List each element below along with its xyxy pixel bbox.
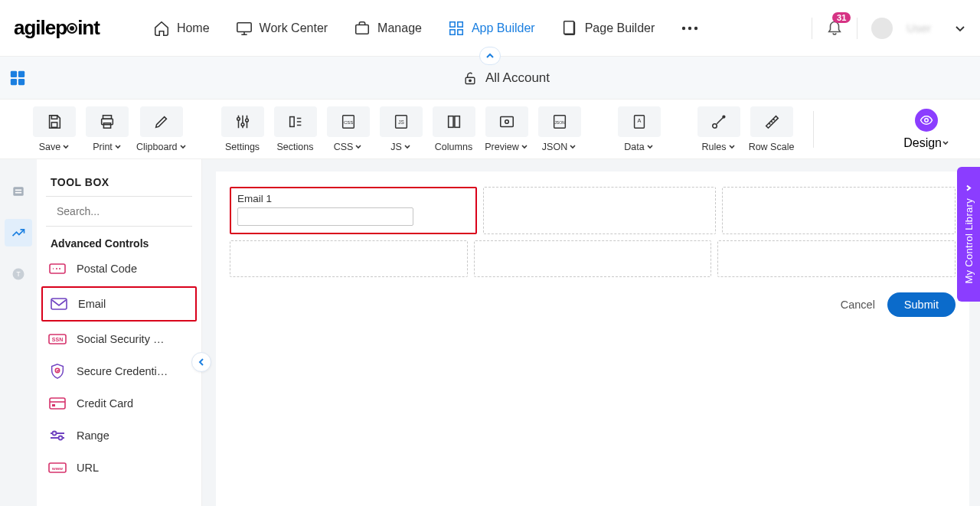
tool-label: Social Security … (77, 333, 164, 345)
nav-home[interactable]: Home (153, 20, 210, 37)
settings-button[interactable]: Settings (219, 106, 266, 152)
svg-point-41 (723, 116, 725, 118)
briefcase-icon (354, 20, 371, 37)
page-list-icon (11, 184, 26, 199)
tool-label: Credit Card (77, 397, 133, 410)
avatar[interactable] (871, 18, 893, 39)
form-cell-selected[interactable]: Email 1 (230, 187, 477, 234)
rules-icon (710, 113, 727, 130)
form-cell[interactable] (717, 240, 956, 277)
search-input[interactable] (57, 205, 191, 217)
divider (812, 18, 812, 39)
print-button[interactable]: Print (83, 106, 131, 152)
columns-button[interactable]: Columns (430, 106, 478, 152)
columns-icon (446, 113, 462, 130)
tool-range[interactable]: Range (37, 419, 201, 452)
clipboard-button[interactable]: Clipboard (136, 106, 187, 152)
apps-icon[interactable] (9, 70, 26, 87)
field-label: Email 1 (237, 193, 469, 204)
sections-button[interactable]: Sections (272, 106, 319, 152)
tool-credit-card[interactable]: Credit Card (37, 387, 201, 419)
form-actions: Cancel Submit (230, 292, 956, 317)
rail-toolbox[interactable] (5, 219, 32, 246)
svg-rect-33 (454, 116, 459, 127)
json-button[interactable]: JSON JSON (536, 106, 583, 152)
rail-pages[interactable] (5, 178, 32, 205)
shield-icon (47, 363, 67, 380)
form-cell[interactable] (474, 240, 712, 277)
svg-point-1 (70, 26, 74, 31)
topnav-right: 31 User (812, 18, 966, 39)
nav-manage-label: Manage (377, 21, 422, 35)
preview-button[interactable]: Preview (483, 106, 531, 152)
svg-text:www: www (51, 466, 63, 471)
my-control-library-panel[interactable]: My Control Library (957, 167, 980, 302)
home-icon (153, 20, 170, 37)
toolbar: Save Print Clipboard Settings Sections C… (0, 100, 980, 159)
sections-icon (287, 113, 304, 130)
svg-point-18 (469, 80, 472, 82)
svg-rect-9 (564, 21, 573, 34)
tool-url[interactable]: www URL (37, 452, 201, 484)
nav-more[interactable] (681, 25, 699, 31)
svg-text:CSS: CSS (343, 119, 352, 124)
design-button[interactable]: Design (903, 109, 949, 150)
svg-point-11 (688, 26, 691, 29)
data-icon: A (631, 113, 648, 130)
svg-rect-6 (450, 29, 455, 34)
rules-button[interactable]: Rules (695, 106, 743, 152)
tool-label: Postal Code (77, 263, 137, 275)
svg-point-57 (59, 436, 63, 440)
svg-text:JSON: JSON (554, 119, 565, 124)
tool-ssn[interactable]: SSN Social Security … (37, 323, 201, 355)
email-field[interactable] (237, 207, 413, 226)
logo-dot-icon (67, 23, 77, 34)
nav-manage[interactable]: Manage (354, 20, 422, 37)
json-icon: JSON (551, 113, 568, 130)
page-icon (561, 20, 578, 37)
chevron-down-icon (179, 143, 187, 151)
data-button[interactable]: A Data (616, 106, 663, 152)
submit-button[interactable]: Submit (887, 292, 956, 317)
chevron-down-icon[interactable] (954, 22, 966, 34)
svg-rect-55 (52, 404, 55, 406)
notifications[interactable]: 31 (826, 18, 843, 38)
nav-page-builder[interactable]: Page Builder (561, 20, 655, 37)
svg-rect-54 (50, 398, 65, 409)
nav-app-builder[interactable]: App Builder (448, 20, 535, 37)
nav-app-builder-label: App Builder (472, 21, 535, 35)
row-scale-button[interactable]: Row Scale (748, 106, 795, 152)
toolbox-section-title: Advanced Controls (37, 233, 201, 253)
chevron-up-icon (485, 51, 495, 60)
tool-label: Email (78, 298, 106, 310)
cancel-button[interactable]: Cancel (841, 299, 875, 311)
form-cell[interactable] (230, 240, 468, 277)
toolbox-search[interactable] (46, 196, 192, 227)
collapse-up[interactable] (479, 47, 501, 65)
breadcrumb: All Account (41, 70, 971, 86)
svg-rect-15 (11, 78, 17, 84)
tool-postal-code[interactable]: Postal Code (37, 253, 201, 285)
divider (857, 18, 858, 39)
canvas: Email 1 Cancel Submit (216, 171, 969, 506)
css-button[interactable]: CSS CSS (325, 106, 372, 152)
js-button[interactable]: JS JS (377, 106, 425, 152)
logo: agilepint (14, 16, 100, 40)
save-button[interactable]: Save (31, 106, 78, 152)
form-cell[interactable] (483, 187, 717, 234)
tool-email[interactable]: Email (41, 286, 197, 322)
eye-icon (920, 113, 933, 127)
breadcrumb-title: All Account (485, 70, 550, 86)
postal-code-icon (47, 260, 67, 277)
svg-point-26 (245, 119, 248, 122)
nav-home-label: Home (177, 21, 210, 35)
ssn-icon: SSN (47, 331, 67, 348)
form-row (230, 240, 956, 277)
svg-rect-27 (289, 116, 294, 126)
form-cell[interactable] (722, 187, 956, 234)
tool-secure-credentials[interactable]: Secure Credenti… (37, 355, 201, 387)
nav-work-center[interactable]: Work Center (236, 20, 328, 37)
chevron-down-icon (62, 143, 70, 151)
collapse-toolbox[interactable] (191, 352, 211, 372)
rail-theme[interactable]: T (5, 260, 32, 288)
